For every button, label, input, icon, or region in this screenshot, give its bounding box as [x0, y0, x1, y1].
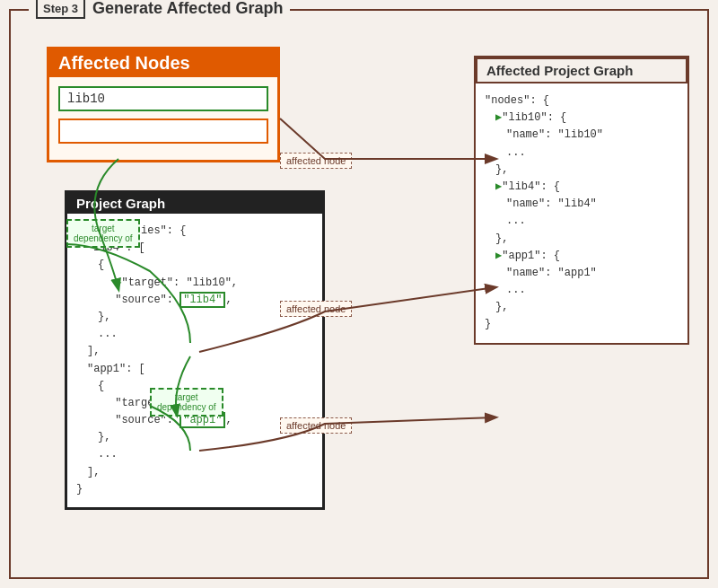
project-graph-title: Project Graph [67, 193, 322, 214]
affected-node-empty [58, 118, 268, 144]
affected-project-graph-code: "nodes": { ▶"lib10": { "name": "lib10" .… [485, 92, 679, 334]
arrow-lib4: ▶ [115, 276, 121, 289]
affected-project-graph-box: Affected Project Graph "nodes": { ▶"lib1… [474, 56, 689, 345]
affected-node-label-3: affected node [280, 417, 352, 434]
highlight-lib4: "lib4" [180, 292, 225, 308]
arrow-nodes-lib4: ▶ [495, 180, 502, 193]
step-title: Generate Affected Graph [92, 0, 283, 18]
project-graph-code: "dependencies": { "lib4": [ { ▶"target":… [76, 223, 313, 498]
arrow-nodes-lib10: ▶ [495, 111, 502, 124]
affected-nodes-box: Affected Nodes lib10 [47, 47, 280, 162]
main-container: Step 3 Generate Affected Graph Affected … [9, 9, 709, 579]
affected-node-label-2: affected node [280, 301, 352, 317]
affected-node-lib10: lib10 [58, 86, 268, 111]
affected-project-graph-title: Affected Project Graph [476, 57, 687, 83]
target-dep-label-2: targetdependency of [150, 388, 223, 417]
step-header: Step 3 Generate Affected Graph [29, 0, 290, 19]
affected-nodes-title: Affected Nodes [49, 49, 277, 77]
arrow-nodes-app1: ▶ [495, 250, 502, 262]
affected-node-label-1: affected node [280, 153, 352, 169]
step-badge: Step 3 [36, 0, 85, 19]
target-dep-label-1: targetdependency of [66, 219, 140, 248]
